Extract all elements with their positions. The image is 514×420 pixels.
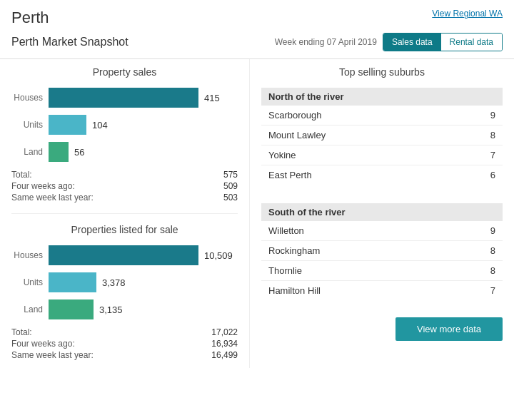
subheader-bar: Perth Market Snapshot Week ending 07 Apr… (0, 30, 514, 59)
north-suburb-1: Scarborough (268, 110, 321, 121)
listed-bar-fill-land (49, 299, 94, 319)
sales-fourweeks-label: Four weeks ago: (11, 181, 75, 191)
sales-bar-fill-units (49, 115, 86, 135)
north-row-2: Mount Lawley 8 (261, 126, 503, 145)
subheader-right: Week ending 07 April 2019 Sales data Ren… (275, 33, 503, 51)
north-suburb-3: Yokine (268, 150, 296, 160)
listed-bar-container-units: 3,378 (49, 272, 238, 292)
listed-bar-container-houses: 10,509 (49, 245, 238, 265)
sales-bar-container-units: 104 (49, 115, 238, 135)
north-count-4: 6 (490, 170, 495, 180)
listed-total-row: Total: 17,022 (11, 327, 238, 338)
south-header: South of the river (261, 203, 503, 221)
sales-value-units: 104 (92, 120, 108, 130)
sales-total-value: 575 (223, 170, 238, 180)
south-suburb-4: Hamilton Hill (268, 285, 321, 296)
sales-label-houses: Houses (11, 93, 49, 103)
sales-label-land: Land (11, 147, 49, 157)
north-header: North of the river (261, 88, 503, 106)
north-count-1: 9 (490, 110, 495, 121)
north-suburb-2: Mount Lawley (268, 130, 326, 140)
south-count-3: 8 (490, 265, 495, 276)
south-count-4: 7 (490, 285, 495, 296)
south-section: South of the river Willetton 9 Rockingha… (261, 203, 503, 300)
south-count-2: 8 (490, 245, 495, 256)
top-selling-title: Top selling suburbs (261, 66, 503, 78)
listed-lastyear-row: Same week last year: 16,499 (11, 349, 238, 361)
listed-fourweeks-value: 16,934 (211, 339, 238, 349)
page-title: Perth (11, 9, 49, 27)
right-panel: Top selling suburbs North of the river S… (250, 59, 514, 368)
listed-value-houses: 10,509 (204, 250, 233, 261)
listed-label-land: Land (11, 304, 49, 314)
sales-value-land: 56 (74, 147, 84, 158)
north-row-1: Scarborough 9 (261, 106, 503, 126)
south-count-1: 9 (490, 225, 495, 236)
sales-bar-fill-houses (49, 88, 198, 108)
listed-bar-fill-houses (49, 245, 198, 265)
north-count-3: 7 (490, 150, 495, 160)
tab-rental[interactable]: Rental data (441, 34, 502, 51)
listed-label-houses: Houses (11, 250, 49, 260)
listed-fourweeks-row: Four weeks ago: 16,934 (11, 338, 238, 349)
listed-lastyear-value: 16,499 (211, 350, 238, 360)
sales-bar-houses: Houses 415 (11, 88, 238, 108)
property-sales-title: Property sales (11, 66, 238, 78)
listed-value-units: 3,378 (102, 277, 126, 288)
north-row-4: East Perth 6 (261, 165, 503, 185)
sales-lastyear-row: Same week last year: 503 (11, 192, 238, 203)
sales-fourweeks-row: Four weeks ago: 509 (11, 180, 238, 192)
sales-lastyear-label: Same week last year: (11, 193, 94, 203)
south-suburb-1: Willetton (268, 225, 304, 236)
sales-label-units: Units (11, 120, 49, 130)
listed-bar-fill-units (49, 272, 96, 292)
north-section: North of the river Scarborough 9 Mount L… (261, 88, 503, 185)
sales-bar-land: Land 56 (11, 142, 238, 162)
listed-totals: Total: 17,022 Four weeks ago: 16,934 Sam… (11, 327, 238, 361)
listed-total-value: 17,022 (211, 327, 238, 337)
listed-title: Properties listed for sale (11, 224, 238, 235)
south-row-4: Hamilton Hill 7 (261, 281, 503, 300)
north-count-2: 8 (490, 130, 495, 140)
listed-bar-container-land: 3,135 (49, 299, 238, 319)
north-row-3: Yokine 7 (261, 145, 503, 165)
south-suburb-2: Rockingham (268, 245, 320, 256)
snapshot-title: Perth Market Snapshot (11, 36, 128, 48)
listed-lastyear-label: Same week last year: (11, 350, 94, 360)
tab-group: Sales data Rental data (383, 33, 503, 51)
listed-bar-land: Land 3,135 (11, 299, 238, 319)
sales-total-row: Total: 575 (11, 169, 238, 180)
sales-bar-container-land: 56 (49, 142, 238, 162)
suburb-sections: North of the river Scarborough 9 Mount L… (261, 88, 503, 310)
listed-bar-units: Units 3,378 (11, 272, 238, 292)
south-suburb-3: Thornlie (268, 265, 302, 276)
main-content: Property sales Houses 415 Units 104 Land… (0, 59, 514, 368)
listed-fourweeks-label: Four weeks ago: (11, 339, 75, 349)
sales-fourweeks-value: 509 (223, 181, 238, 191)
listed-label-units: Units (11, 277, 49, 287)
sales-bar-units: Units 104 (11, 115, 238, 135)
sales-value-houses: 415 (204, 93, 220, 103)
sales-bar-fill-land (49, 142, 69, 162)
north-suburb-4: East Perth (268, 170, 312, 180)
sales-bar-container-houses: 415 (49, 88, 238, 108)
south-row-2: Rockingham 8 (261, 241, 503, 261)
listed-total-label: Total: (11, 327, 32, 337)
south-row-1: Willetton 9 (261, 221, 503, 241)
listed-bar-houses: Houses 10,509 (11, 245, 238, 265)
left-panel: Property sales Houses 415 Units 104 Land… (0, 59, 250, 368)
view-regional-link[interactable]: View Regional WA (432, 9, 503, 19)
sales-totals: Total: 575 Four weeks ago: 509 Same week… (11, 169, 238, 203)
south-row-3: Thornlie 8 (261, 261, 503, 281)
listed-value-land: 3,135 (99, 304, 123, 315)
page-header: Perth View Regional WA (0, 0, 514, 30)
sales-lastyear-value: 503 (223, 193, 238, 203)
week-label: Week ending 07 April 2019 (275, 37, 377, 47)
tab-sales[interactable]: Sales data (383, 34, 441, 51)
view-more-button[interactable]: View more data (395, 317, 503, 341)
sales-total-label: Total: (11, 170, 32, 180)
